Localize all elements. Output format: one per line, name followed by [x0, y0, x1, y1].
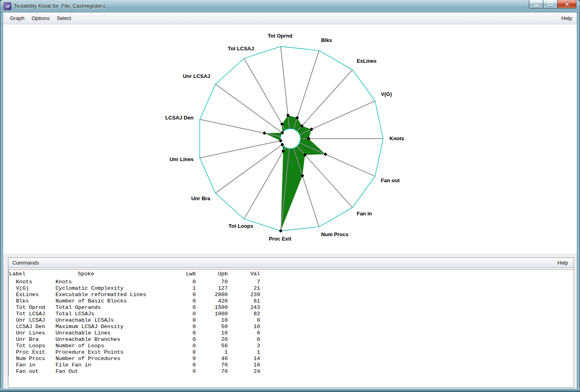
window-controls: [529, 0, 576, 8]
table-cell: Total Operands: [56, 304, 165, 311]
table-cell: 0: [165, 317, 196, 324]
column-header-lwb: Lwb: [165, 271, 196, 277]
table-cell: 0: [165, 336, 196, 343]
commands-window: Commands Help Label Spoke Lwb Upb Val Kn…: [8, 257, 574, 388]
table-body: KnotsKnots0707V(G)Cyclomatic Complexity1…: [9, 279, 574, 375]
table-cell: 0: [165, 368, 196, 375]
table-cell: 0: [165, 311, 196, 317]
table-cell: 70: [196, 279, 228, 285]
kiviat-axis-label: Tot Oprnd: [268, 33, 292, 39]
table-cell: 0: [165, 343, 196, 349]
table-cell: Number of Loops: [56, 343, 165, 349]
table-cell: 0: [165, 330, 196, 336]
table-cell: Blks: [9, 298, 56, 304]
table-cell: 0: [165, 298, 196, 304]
minimize-button[interactable]: [529, 0, 543, 8]
table-row: Fan outFan Out07024: [9, 368, 574, 375]
column-header-spoke: Spoke: [56, 271, 165, 277]
table-cell: V(G): [9, 285, 56, 292]
table-cell: 70: [196, 368, 228, 375]
menu-item-help[interactable]: Help: [556, 12, 577, 24]
table-row: Tot OprndTotal Operands01500243: [9, 304, 574, 311]
kiviat-axis-label: Num Procs: [321, 231, 349, 237]
table-cell: 0: [165, 292, 196, 298]
table-cell: 3: [228, 343, 260, 349]
kiviat-axis-label: Tot Loops: [228, 223, 253, 229]
table-cell: Executable reformatted Lines: [56, 292, 165, 298]
table-cell: 56: [196, 343, 228, 349]
table-row: Tot LCSAJTotal LCSAJs0100082: [9, 311, 574, 317]
table-row: BlksNumber of Basic Blocks042061: [9, 298, 574, 304]
table-cell: Procedure Exit Points: [56, 349, 165, 356]
title-bar[interactable]: Testability Kiviat for File: Cashregiste…: [0, 0, 580, 12]
table-cell: 0: [165, 362, 196, 368]
table-cell: 0: [165, 304, 196, 311]
app-icon: [4, 2, 11, 10]
kiviat-axis-label: LCSAJ Den: [165, 115, 194, 121]
window-border-right: [577, 12, 580, 388]
table-cell: 420: [196, 298, 228, 304]
table-cell: 82: [228, 311, 260, 317]
kiviat-spoke: [290, 50, 319, 139]
table-row: Unr BraUnreachable Branches0200: [9, 336, 574, 343]
table-cell: Fan in: [9, 362, 56, 368]
table-cell: Number of Procedures: [56, 356, 165, 362]
kiviat-axis-label: Tot LCSAJ: [228, 46, 254, 52]
kiviat-axis-label: ExLines: [357, 58, 377, 64]
table-cell: 50: [196, 324, 228, 330]
column-header-val: Val: [228, 271, 260, 277]
menu-item-graph[interactable]: Graph: [6, 12, 28, 24]
table-row: V(G)Cyclomatic Complexity112721: [9, 285, 574, 292]
client-area: Graph Options Select Help KnotsFan outFa…: [3, 12, 577, 388]
menu-item-options[interactable]: Options: [28, 12, 53, 24]
commands-menu-bar: Commands Help: [8, 258, 574, 268]
table-cell: 10: [196, 330, 228, 336]
window-border-bottom: [0, 388, 580, 392]
table-cell: Fan out: [9, 368, 56, 375]
minimize-icon: [534, 5, 538, 6]
menu-item-select[interactable]: Select: [53, 12, 75, 24]
kiviat-axis-label: Unr Lines: [169, 156, 193, 162]
kiviat-data-point: [263, 131, 266, 135]
column-header-upb: Upb: [196, 271, 228, 277]
kiviat-data-point: [324, 153, 327, 156]
table-row: Unr LCSAJUnreachable LCSAJs0100: [9, 317, 574, 324]
table-cell: Unreachable Branches: [56, 336, 165, 343]
table-cell: Unr Lines: [9, 330, 56, 336]
metrics-table: Label Spoke Lwb Upb Val KnotsKnots0707V(…: [8, 269, 574, 376]
close-button[interactable]: [557, 0, 576, 8]
table-cell: 10: [196, 317, 228, 324]
kiviat-axis-label: Knots: [389, 135, 404, 141]
window-title: Testability Kiviat for File: Cashregiste…: [14, 3, 106, 9]
maximize-button[interactable]: [543, 0, 557, 8]
table-cell: 0: [165, 349, 196, 356]
table-cell: 1000: [196, 311, 228, 317]
app-window: Testability Kiviat for File: Cashregiste…: [0, 0, 580, 392]
table-cell: 21: [228, 285, 260, 292]
table-cell: 0: [165, 356, 196, 362]
table-cell: File Fan in: [56, 362, 165, 368]
table-cell: 2800: [196, 292, 228, 298]
table-cell: Unreachable LCSAJs: [56, 317, 165, 324]
table-cell: 0: [228, 336, 260, 343]
table-cell: 14: [228, 356, 260, 362]
commands-menu-item[interactable]: Commands: [8, 260, 39, 266]
table-cell: LCSAJ Den: [9, 324, 56, 330]
table-cell: 40: [196, 356, 228, 362]
kiviat-spoke: [290, 101, 375, 139]
kiviat-chart-area: KnotsFan outFan inNum ProcsProc ExitTot …: [3, 24, 577, 253]
table-cell: 127: [196, 285, 228, 292]
table-cell: 243: [228, 304, 260, 311]
kiviat-axis-label: Blks: [321, 37, 332, 43]
table-row: Fan inFile Fan in07010: [9, 362, 574, 368]
column-header-label: Label: [9, 271, 56, 277]
table-cell: ExLines: [9, 292, 56, 298]
commands-help-item[interactable]: Help: [557, 260, 574, 266]
table-header-row: Label Spoke Lwb Upb Val: [9, 271, 574, 277]
table-cell: 1: [165, 285, 196, 292]
kiviat-axis-label: Fan in: [357, 211, 372, 217]
kiviat-axis-label: Unr Bra: [191, 195, 211, 201]
table-cell: 7: [228, 279, 260, 285]
table-cell: Fan Out: [56, 368, 165, 375]
table-cell: Total LCSAJs: [56, 311, 165, 317]
